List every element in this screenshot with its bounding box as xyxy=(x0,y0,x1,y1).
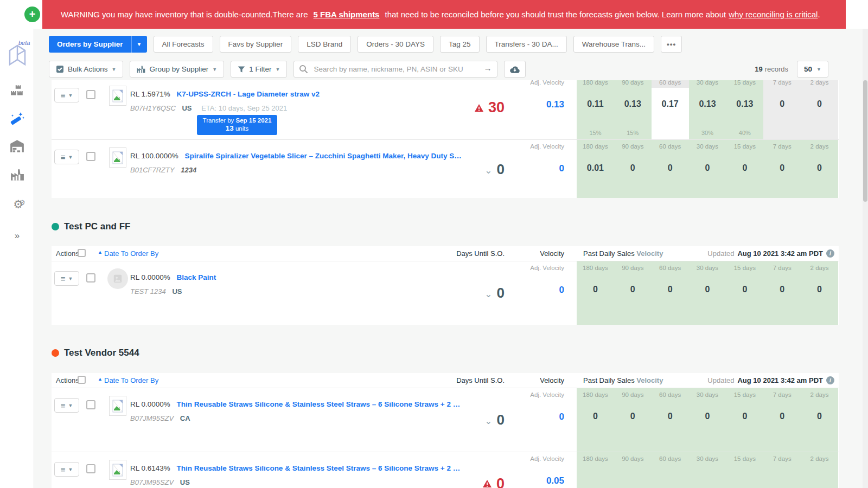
marketplace-label: CA xyxy=(180,414,190,422)
row-checkbox[interactable] xyxy=(86,273,95,282)
row-checkbox[interactable] xyxy=(86,400,95,409)
row-checkbox[interactable] xyxy=(86,464,95,473)
warning-banner: WARNING you may have inventory that is d… xyxy=(0,0,868,29)
tab-dropdown-caret-icon[interactable]: ▼ xyxy=(131,36,147,53)
hamburger-icon: ≡ xyxy=(61,153,66,161)
product-title-link[interactable]: K7-UPSS-ZRCH - Lage Diameter straw v2 xyxy=(177,90,320,98)
product-title-link[interactable]: Spiralife Spiralizer Vegetable Slicer – … xyxy=(185,152,462,160)
banner-text-prefix: WARNING you may have inventory that is d… xyxy=(61,10,308,19)
col-180-days: 180 days xyxy=(577,80,614,88)
days-until-stockout: ⌄ 0 xyxy=(484,261,505,325)
chevron-down-icon[interactable]: ⌄ xyxy=(484,415,492,427)
hamburger-icon: ≡ xyxy=(61,274,66,282)
product-line: RL 100.0000% Spiralife Spiralizer Vegeta… xyxy=(130,152,462,160)
search-box: → xyxy=(293,61,497,78)
product-line: RL 1.5971% K7-UPSS-ZRCH - Lage Diameter … xyxy=(130,90,320,98)
checkbox-checked-icon xyxy=(56,65,64,73)
product-thumbnail xyxy=(109,86,126,106)
transfer-by-badge[interactable]: Transfer by Sep 15 2021 13 units xyxy=(197,115,277,135)
tab-all-forecasts[interactable]: All Forecasts xyxy=(154,36,213,53)
row-actions-menu-button[interactable]: ≡▼ xyxy=(54,150,79,164)
product-sku: B01CF7RZTY xyxy=(130,166,175,174)
select-all-checkbox[interactable] xyxy=(78,376,86,384)
banner-close-icon[interactable]: x xyxy=(857,10,860,18)
search-icon xyxy=(299,65,308,74)
sidebar-item-forecast-wand[interactable] xyxy=(0,111,34,129)
scrollbar-thumb[interactable] xyxy=(863,80,867,202)
tab-tag-25[interactable]: Tag 25 xyxy=(440,36,480,53)
tab-orders-30-days[interactable]: Orders - 30 DAYS xyxy=(358,36,433,53)
daily-sales-cells: 180 days 90 days 60 days 30 days 15 days… xyxy=(577,452,838,488)
part-number: 1234 xyxy=(181,166,196,174)
sidebar-collapse-icon[interactable]: » xyxy=(0,230,34,241)
row-actions-menu-button[interactable]: ≡▼ xyxy=(54,398,79,413)
tabs-more-button[interactable]: ••• xyxy=(661,36,682,53)
row-checkbox[interactable] xyxy=(86,90,95,99)
tab-favs-by-supplier[interactable]: Favs by Supplier xyxy=(220,36,292,53)
funnel-icon xyxy=(238,66,245,73)
sidebar-item-settings-gears[interactable]: ⚙⚙ xyxy=(0,198,34,211)
caret-down-icon: ▼ xyxy=(68,93,73,98)
sort-date-to-order-by[interactable]: Date To Order By xyxy=(104,376,158,384)
rl-percent: RL 0.0000% xyxy=(130,400,170,408)
app-logo-icon[interactable] xyxy=(5,43,29,73)
days-until-stockout: 0 xyxy=(482,452,505,488)
col-2-days: 2 days xyxy=(801,80,838,88)
filter-button[interactable]: 1 Filter▼ xyxy=(231,61,287,78)
vertical-scrollbar[interactable] xyxy=(863,29,868,488)
select-all-checkbox[interactable] xyxy=(78,249,86,257)
caret-down-icon: ▼ xyxy=(68,276,73,281)
row-actions-menu-button[interactable]: ≡▼ xyxy=(54,271,79,286)
cloud-download-icon xyxy=(509,65,520,74)
product-title-link[interactable]: Thin Reusable Straws Silicone & Stainles… xyxy=(177,400,461,408)
why-reconciling-link[interactable]: why reconciling is critical xyxy=(729,10,818,19)
chevron-down-icon[interactable]: ⌄ xyxy=(484,288,492,300)
sidebar-item-warehouse[interactable] xyxy=(0,139,34,155)
tab-orders-by-supplier[interactable]: Orders by Supplier ▼ xyxy=(49,36,147,53)
group-by-supplier-button[interactable]: Group by Supplier▼ xyxy=(130,61,224,78)
page-size-select[interactable]: 50▼ xyxy=(797,61,828,78)
left-sidebar: beta ⚙⚙ » xyxy=(0,29,34,488)
export-cloud-button[interactable] xyxy=(504,61,526,78)
group-name: Test PC and FF xyxy=(64,221,130,232)
product-title-link[interactable]: Thin Reusable Straws Silicone & Stainles… xyxy=(177,464,461,472)
sidebar-item-suppliers-factory[interactable] xyxy=(0,168,34,183)
marketplace-label: US xyxy=(180,478,190,486)
warning-triangle-icon xyxy=(482,479,492,488)
table-row: 180 days 90 days 60 days 30 days 15 days… xyxy=(52,452,839,488)
warning-banner-body: WARNING you may have inventory that is d… xyxy=(42,0,846,29)
info-icon[interactable]: i xyxy=(826,249,834,258)
product-thumbnail xyxy=(109,460,126,480)
row-actions-menu-button[interactable]: ≡▼ xyxy=(54,462,79,477)
tab-lsd-brand[interactable]: LSD Brand xyxy=(298,36,351,53)
row-actions-menu-button[interactable]: ≡▼ xyxy=(54,88,79,102)
fba-shipments-link[interactable]: 5 FBA shipments xyxy=(314,10,380,19)
row-checkbox[interactable] xyxy=(86,152,95,161)
product-thumbnail-placeholder xyxy=(107,268,128,289)
daily-sales-cells: 180 days0.1115% 90 days0.1315% 60 days0.… xyxy=(577,80,838,139)
list-header: Actions ▲ Date To Order By Days Until S.… xyxy=(52,246,839,261)
bulk-actions-button[interactable]: Bulk Actions▼ xyxy=(49,61,123,78)
caret-down-icon: ▼ xyxy=(816,67,821,72)
caret-down-icon: ▼ xyxy=(275,67,280,72)
search-submit-arrow-icon[interactable]: → xyxy=(483,63,492,73)
product-sku: TEST 1234 xyxy=(130,287,166,296)
rl-percent: RL 0.6143% xyxy=(130,464,170,472)
add-plus-button[interactable]: + xyxy=(24,7,40,22)
product-title-link[interactable]: Black Paint xyxy=(177,273,216,281)
search-input[interactable] xyxy=(293,61,497,78)
caret-down-icon: ▼ xyxy=(212,67,217,72)
product-subline: TEST 1234 US xyxy=(130,287,189,296)
daily-sales-cells: 180 days0 90 days0 60 days0 30 days0 15 … xyxy=(577,388,838,452)
tab-transfers-30-days[interactable]: Transfers - 30 DA... xyxy=(486,36,567,53)
sidebar-item-inventory[interactable] xyxy=(0,85,34,100)
product-sku: B07JM95SZV xyxy=(130,414,174,422)
sort-date-to-order-by[interactable]: Date To Order By xyxy=(104,249,158,258)
chevron-down-icon[interactable]: ⌄ xyxy=(484,165,492,176)
toolbar: Bulk Actions▼ Group by Supplier▼ 1 Filte… xyxy=(49,61,868,78)
tab-warehouse-transfers[interactable]: Warehouse Trans... xyxy=(573,36,654,53)
info-icon[interactable]: i xyxy=(826,376,834,384)
days-until-stockout: ⌄ 0 xyxy=(484,388,505,452)
col-7-days: 7 days xyxy=(763,80,801,88)
updated-timestamp: Updated Aug 10 2021 3:42 am PDT i xyxy=(707,249,834,258)
